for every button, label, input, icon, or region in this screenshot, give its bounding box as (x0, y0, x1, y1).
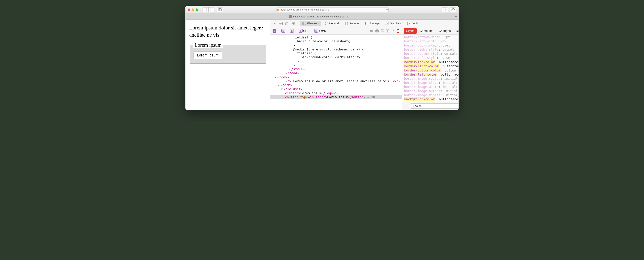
style-row[interactable]: border-image-width: initial; (402, 85, 459, 89)
graphics-icon (385, 22, 388, 25)
audit-icon (406, 22, 410, 25)
paint-icon[interactable] (390, 29, 395, 33)
style-row[interactable]: border-image-source: initial; (402, 77, 459, 81)
grid-icon[interactable] (385, 29, 390, 33)
page-legend: Lorem ipsum (194, 42, 223, 48)
tabs-icon (452, 9, 454, 11)
sidebar-toggle-button[interactable] (217, 8, 223, 12)
svg-rect-36 (376, 30, 378, 30)
console-prompt-icon: › (272, 104, 273, 108)
tab-strip: C https://color-scheme-prefers-color-sch… (186, 14, 458, 20)
style-row[interactable]: border-bottom-width: 2px; (402, 35, 459, 39)
tab-sources[interactable]: Sources (343, 21, 362, 26)
tab-node[interactable]: Node (454, 28, 459, 34)
style-row[interactable]: border-left-style: outset; (402, 56, 459, 60)
styles-panel: Styles Computed Changes Node Layers bord… (402, 27, 459, 110)
styles-filter-input[interactable]: ⊜ color ✕ (410, 103, 459, 109)
share-button[interactable] (442, 8, 448, 12)
new-tab-button[interactable]: + (453, 14, 458, 20)
svg-rect-45 (397, 30, 399, 33)
svg-rect-5 (452, 9, 454, 10)
svg-rect-9 (286, 22, 289, 24)
crumb-button[interactable]: Ebutton (314, 29, 326, 33)
style-row[interactable]: border-bottom-color: buttonface; (402, 68, 459, 72)
ruler-icon[interactable] (369, 29, 374, 33)
address-bar[interactable]: 🔒 color-scheme-prefers-color-scheme.glit… (276, 7, 389, 12)
dom-breadcrumbs: E 〉 E 〉 E 〉 Efiel… 〉 Ebutton (270, 27, 402, 35)
favicon: C (289, 15, 292, 18)
close-devtools-button[interactable]: ✕ (272, 21, 277, 26)
style-row[interactable]: border-left-color: buttonface; (402, 72, 459, 77)
page-button[interactable]: Lorem ipsum (194, 51, 222, 59)
forward-button[interactable]: 〉 (208, 8, 214, 12)
titlebar: 〈 〉 🔒 color-scheme-prefers-color-scheme.… (186, 6, 458, 14)
tabs-overview-button[interactable] (450, 8, 456, 12)
content-area: Lorem ipsum dolor sit amet, legere ancil… (186, 20, 458, 110)
filter-value: color (415, 104, 459, 107)
crumb-form[interactable]: E (290, 29, 294, 33)
style-row[interactable]: border-right-style: outset; (402, 47, 459, 52)
compositing-icon[interactable] (396, 29, 400, 33)
add-rule-button[interactable]: ＋ (404, 103, 408, 109)
svg-rect-32 (370, 30, 373, 32)
back-button[interactable]: 〈 (203, 8, 208, 12)
dock-pop-icon[interactable] (284, 21, 290, 26)
style-row[interactable]: border-top-style: outset; (402, 43, 459, 47)
zoom-window-button[interactable] (196, 9, 198, 11)
page-paragraph: Lorem ipsum dolor sit amet, legere ancil… (189, 24, 266, 39)
tab-graphics[interactable]: Graphics (383, 21, 403, 26)
tab-audit[interactable]: Audit (404, 21, 420, 26)
style-row[interactable]: border-image-slice: initial; (402, 81, 459, 85)
inspect-target-icon[interactable] (291, 21, 296, 26)
svg-rect-41 (386, 30, 387, 31)
rendered-page: Lorem ipsum dolor sit amet, legere ancil… (186, 20, 270, 110)
styles-list[interactable]: border-bottom-width: 2px;border-left-wid… (402, 35, 459, 102)
sidebar-icon (218, 9, 222, 11)
tab-network[interactable]: Network (322, 21, 342, 26)
reload-icon[interactable]: ⟳ (386, 8, 388, 11)
tab-title: https://color-scheme-prefers-color-schem… (293, 15, 349, 18)
svg-rect-37 (376, 30, 378, 32)
svg-rect-0 (218, 9, 222, 11)
elements-panel: E 〉 E 〉 E 〉 Efiel… 〉 Ebutton (270, 27, 402, 110)
tab-computed[interactable]: Computed (418, 28, 436, 34)
svg-rect-13 (303, 22, 306, 25)
filter-icon: ⊜ (411, 104, 414, 108)
style-row[interactable]: border-image-outset: initial; (402, 89, 459, 93)
tab-styles[interactable]: Styles (404, 28, 417, 34)
svg-rect-8 (286, 23, 288, 25)
styles-footer: ＋ ⊜ color ✕ Classes (402, 102, 459, 110)
dom-tree[interactable]: fieldset { background-color: gainsboro; … (270, 35, 402, 103)
svg-rect-43 (386, 31, 387, 32)
style-row[interactable]: background-color: buttonface; (402, 97, 459, 101)
dock-side-icon[interactable] (278, 21, 284, 26)
crumb-body[interactable]: E (281, 29, 286, 33)
browser-tab[interactable]: C https://color-scheme-prefers-color-sch… (186, 14, 453, 20)
window-controls (188, 9, 198, 11)
network-icon (324, 22, 328, 25)
browser-window: 〈 〉 🔒 color-scheme-prefers-color-scheme.… (185, 6, 459, 110)
tab-elements[interactable]: Elements (300, 21, 321, 26)
address-host: color-scheme-prefers-color-scheme.glitch… (281, 8, 330, 11)
storage-icon (365, 22, 368, 25)
crumb-html[interactable]: E (272, 29, 277, 33)
minimize-window-button[interactable] (192, 9, 194, 11)
device-icon[interactable] (380, 29, 385, 33)
print-icon[interactable] (374, 29, 380, 33)
style-row[interactable]: border-bottom-style: outset; (402, 52, 459, 56)
tab-changes[interactable]: Changes (436, 28, 453, 34)
close-window-button[interactable] (188, 9, 190, 11)
devtools: ✕ Elements Network (270, 20, 459, 110)
svg-rect-44 (388, 31, 389, 32)
style-row[interactable]: border-image-repeat: initial; (402, 93, 459, 97)
elements-icon (302, 22, 306, 25)
nav-arrows: 〈 〉 (202, 7, 214, 12)
style-row[interactable]: border-left-width: 2px; (402, 39, 459, 43)
svg-rect-42 (388, 30, 389, 31)
style-row[interactable]: border-top-color: buttonface; (402, 60, 459, 64)
crumb-fieldset[interactable]: Efiel… (298, 29, 310, 33)
dom-selected-line[interactable]: <button type="button">Lorem ipsum</butto… (270, 95, 402, 99)
style-row[interactable]: border-right-color: buttonface; (402, 64, 459, 68)
console-drawer[interactable]: › (270, 103, 402, 110)
tab-storage[interactable]: Storage (363, 21, 382, 26)
